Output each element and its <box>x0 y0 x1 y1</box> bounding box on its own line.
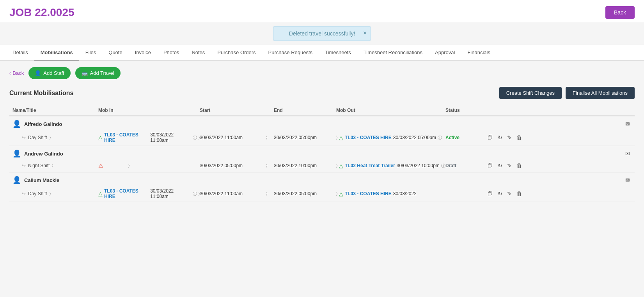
tab-approval[interactable]: Approval <box>429 45 461 61</box>
person-icon: 👤 <box>35 70 41 76</box>
mob-out-cell: 〉 △ TL03 - COATES HIRE 30/03/2022 <box>336 191 445 197</box>
alert-close-button[interactable]: × <box>363 30 367 37</box>
mob-out-date: 30/03/2022 05:00pm <box>393 135 436 140</box>
shift-label-cell: ↪ Day Shift 〉 <box>12 191 98 196</box>
tab-details[interactable]: Details <box>6 45 34 61</box>
expand-icon[interactable]: 〉 <box>52 163 53 168</box>
mob-out-start-arrow: 〉 <box>336 135 337 140</box>
tab-timesheets[interactable]: Timesheets <box>319 45 357 61</box>
mob-out-date: 30/03/2022 10:00pm <box>397 163 440 168</box>
col-mob-in: Mob In <box>98 108 200 113</box>
row-actions: 🗍 ↻ ✎ 🗑 <box>492 190 523 198</box>
warning-icon: ⚠ <box>98 163 103 169</box>
create-shift-changes-button[interactable]: Create Shift Changes <box>499 87 562 99</box>
header-actions: Create Shift Changes Finalise All Mobili… <box>499 87 635 99</box>
mob-out-vehicle-link[interactable]: TL03 - COATES HIRE <box>345 191 392 196</box>
tab-purchase-orders[interactable]: Purchase Orders <box>211 45 262 61</box>
travel-icon: 🚌 <box>82 70 88 76</box>
edit-button[interactable]: ✎ <box>506 162 513 170</box>
person-menu-button[interactable]: ✉ <box>624 120 632 128</box>
person-row: 👤 Andrew Galindo ✉ <box>9 146 635 159</box>
mob-in-info-icon[interactable]: ⓘ <box>193 191 197 197</box>
chevron-left-icon: ‹ <box>9 70 11 76</box>
person-controls: ✉ <box>624 120 632 128</box>
edit-button[interactable]: ✎ <box>506 190 513 198</box>
shift-indent-arrow: ↪ <box>22 135 26 140</box>
refresh-button[interactable]: ↻ <box>496 162 504 170</box>
add-travel-label: Add Travel <box>90 70 114 76</box>
tab-quote[interactable]: Quote <box>102 45 128 61</box>
truck-icon-mob-in: △ <box>98 191 103 197</box>
row-actions: 🗍 ↻ ✎ 🗑 <box>492 162 523 170</box>
mob-in-vehicle-link[interactable]: TL03 - COATES HIRE <box>104 132 149 143</box>
job-title: JOB 22.0025 <box>9 6 75 19</box>
person-icon: 👤 <box>12 149 21 158</box>
shift-label-cell: ↪ Day Shift 〉 <box>12 135 98 140</box>
refresh-button[interactable]: ↻ <box>496 134 504 141</box>
tab-files[interactable]: Files <box>79 45 102 61</box>
shift-row: ↪ Day Shift 〉 △ TL03 - COATES HIRE 30/03… <box>9 186 635 202</box>
shift-label-cell: ↪ Night Shift 〉 <box>12 163 98 168</box>
shift-row: ↪ Day Shift 〉 △ TL03 - COATES HIRE 30/03… <box>9 130 635 146</box>
truck-icon-mob-out: △ <box>339 134 343 141</box>
end-date: 30/03/2022 05:00pm <box>274 135 336 140</box>
expand-icon[interactable]: 〉 <box>50 135 51 140</box>
truck-icon-mob-out: △ <box>339 163 343 169</box>
back-link-label: Back <box>12 70 24 76</box>
tab-financials[interactable]: Financials <box>461 45 497 61</box>
mob-in-info-icon[interactable]: ⓘ <box>193 135 197 141</box>
refresh-button[interactable]: ↻ <box>496 190 504 198</box>
finalise-all-mobilisations-button[interactable]: Finalise All Mobilisations <box>566 87 635 99</box>
tab-photos[interactable]: Photos <box>157 45 185 61</box>
tab-mobilisations[interactable]: Mobilisations <box>34 45 79 61</box>
mob-out-cell: 〉 △ TL03 - COATES HIRE 30/03/2022 05:00p… <box>336 134 445 141</box>
tab-timesheet-reconciliations[interactable]: Timesheet Reconciliations <box>357 45 429 61</box>
person-row: 👤 Alfredo Galindo ✉ <box>9 116 635 130</box>
back-link[interactable]: ‹ Back <box>9 70 24 76</box>
start-end-arrow: 〉 <box>266 163 274 168</box>
add-staff-label: Add Staff <box>43 70 64 76</box>
mob-out-start-arrow: 〉 <box>336 191 337 196</box>
mob-in-vehicle-link[interactable]: TL03 - COATES HIRE <box>104 188 149 199</box>
add-travel-button[interactable]: 🚌 Add Travel <box>75 67 121 79</box>
copy-button[interactable]: 🗍 <box>486 162 495 170</box>
alert-message: Deleted travel successfully! <box>289 30 355 37</box>
person-menu-button[interactable]: ✉ <box>624 150 632 157</box>
mob-in-arrow: 〉 <box>128 163 130 168</box>
end-date: 30/03/2022 10:00pm <box>274 163 336 168</box>
delete-button[interactable]: 🗑 <box>515 162 523 170</box>
person-controls: ✉ <box>624 176 632 184</box>
person-controls: ✉ <box>624 150 632 157</box>
truck-icon-mob-out: △ <box>339 191 343 197</box>
table-header: Name/Title Mob In Start End Mob Out Stat… <box>9 105 635 116</box>
delete-button[interactable]: 🗑 <box>515 134 523 141</box>
copy-button[interactable]: 🗍 <box>486 134 495 141</box>
expand-icon[interactable]: 〉 <box>50 191 51 196</box>
add-staff-button[interactable]: 👤 Add Staff <box>28 67 70 79</box>
edit-button[interactable]: ✎ <box>506 134 513 141</box>
start-date: 30/03/2022 11:00am <box>200 135 266 140</box>
tab-notes[interactable]: Notes <box>185 45 211 61</box>
col-status: Status <box>445 108 492 113</box>
mob-out-vehicle-link[interactable]: TL02 Heat Treat Trailer <box>345 163 395 168</box>
person-menu-button[interactable]: ✉ <box>624 176 632 184</box>
col-name: Name/Title <box>12 108 98 113</box>
person-name: Andrew Galindo <box>24 151 63 157</box>
back-button-top[interactable]: Back <box>605 6 635 19</box>
alert-banner: Deleted travel successfully! × <box>273 26 371 41</box>
shift-indent-arrow: ↪ <box>22 163 26 168</box>
mob-out-info-icon[interactable]: ⓘ <box>441 163 445 169</box>
section-title: Current Mobilisations <box>9 90 73 97</box>
col-mob-out: Mob Out <box>336 108 445 113</box>
delete-button[interactable]: 🗑 <box>515 190 523 198</box>
shift-indent-arrow: ↪ <box>22 191 26 196</box>
mob-out-vehicle-link[interactable]: TL03 - COATES HIRE <box>345 135 392 140</box>
tab-purchase-requests[interactable]: Purchase Requests <box>262 45 319 61</box>
shift-label: Day Shift <box>28 135 47 140</box>
mob-out-info-icon[interactable]: ⓘ <box>438 135 442 141</box>
mob-out-date: 30/03/2022 <box>393 191 417 196</box>
mob-out-cell: 〉 △ TL02 Heat Treat Trailer 30/03/2022 1… <box>336 163 445 169</box>
tab-invoice[interactable]: Invoice <box>129 45 157 61</box>
mob-in-date: 30/03/2022 11:00am <box>150 188 191 199</box>
copy-button[interactable]: 🗍 <box>486 190 495 198</box>
